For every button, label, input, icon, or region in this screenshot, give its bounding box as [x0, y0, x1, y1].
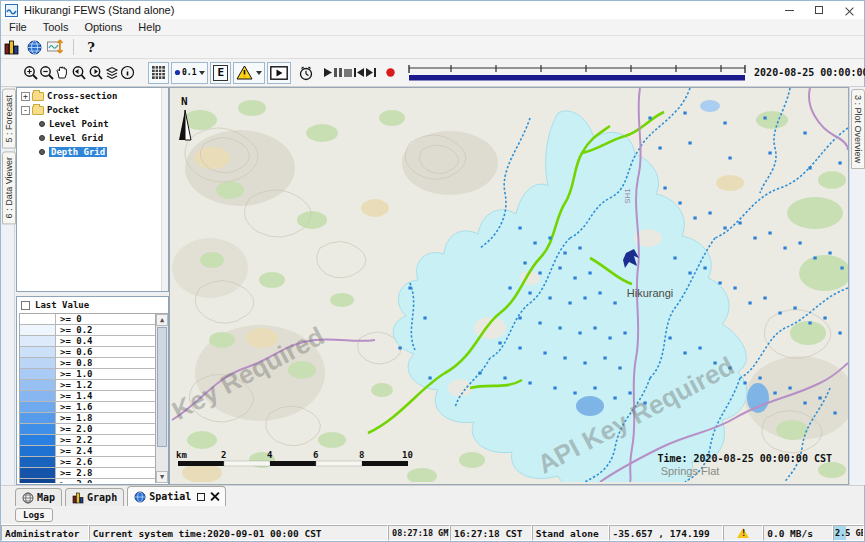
globe-icon [134, 491, 146, 503]
tree-scrollbar[interactable] [161, 88, 168, 291]
threshold-dropdown[interactable]: 0.1 [171, 62, 208, 84]
time-settings-button[interactable] [298, 62, 314, 83]
tab-close-icon[interactable] [210, 492, 219, 501]
tab-plot-overview[interactable]: 3 : Plot Overview [851, 89, 865, 169]
place-label: Springs Flat [661, 465, 720, 477]
help-icon: ? [87, 40, 95, 55]
stop-button[interactable] [343, 62, 353, 83]
logs-row: Logs [1, 506, 864, 524]
tree-node-label[interactable]: Level Grid [49, 133, 103, 143]
tree-node-level-grid[interactable]: Level Grid [25, 132, 168, 144]
tab-map[interactable]: Map [15, 488, 62, 506]
grid-icon [151, 65, 166, 80]
zoom-next-button[interactable] [87, 62, 104, 83]
legend-row-label: >= 0 [56, 314, 155, 324]
tree-node-label-selected[interactable]: Depth Grid [49, 147, 107, 157]
svg-text:N: N [181, 95, 188, 108]
expand-icon[interactable]: + [21, 92, 30, 101]
info-button[interactable] [120, 62, 135, 83]
tab-data-viewer[interactable]: 6 : Data Viewer [2, 151, 16, 224]
help-button[interactable]: ? [80, 37, 102, 57]
maximize-button[interactable] [804, 1, 834, 19]
folder-icon [32, 92, 44, 101]
timeline-datetime: 2020-08-25 00:00:00 CST [754, 67, 865, 78]
status-coordinates: -35.657 , 174.199 [609, 525, 724, 541]
time-slider-track[interactable] [406, 63, 748, 82]
menu-help[interactable]: Help [130, 21, 169, 33]
wire-globe-icon [22, 492, 34, 504]
legend-color-swatch [20, 314, 56, 324]
main-area: 5 : Forecast 6 : Data Viewer + Cross-sec… [1, 87, 864, 485]
globe-icon [27, 40, 42, 55]
tree-node-cross-section[interactable]: + Cross-section [21, 90, 168, 102]
legend-row-label: >= 1.2 [56, 380, 155, 390]
warning-icon [737, 528, 749, 538]
warning-icon [236, 65, 253, 80]
skip-to-start-button[interactable] [353, 62, 365, 83]
map-canvas[interactable]: API Key Required API Key Required Hikura… [170, 88, 848, 482]
legend-row-label: >= 0.8 [56, 358, 155, 368]
scroll-down-icon[interactable]: ▼ [156, 471, 168, 483]
tree-node-label[interactable]: Pocket [47, 105, 80, 115]
logs-button[interactable]: Logs [15, 508, 53, 522]
legend-color-swatch [20, 479, 56, 483]
legend-row: >= 1.0 [20, 369, 155, 380]
legend-color-swatch [20, 380, 56, 390]
legend-scroll-thumb[interactable] [157, 327, 167, 447]
legend-row-label: >= 3.0 [56, 479, 155, 483]
pan-button[interactable] [55, 62, 70, 83]
zoom-in-button[interactable] [23, 62, 39, 83]
tab-maximize-icon[interactable] [197, 493, 205, 501]
map-viewport[interactable]: API Key Required API Key Required Hikura… [169, 87, 849, 485]
svg-text:4: 4 [267, 450, 273, 460]
status-warning[interactable] [723, 525, 763, 541]
tree-node-label[interactable]: Cross-section [47, 91, 117, 101]
tab-graph[interactable]: Graph [65, 488, 124, 506]
legend-row: >= 2.2 [20, 435, 155, 446]
bottom-tab-bar: Map Graph Spatial [1, 485, 864, 506]
close-icon [845, 6, 854, 15]
legend-row-label: >= 2.8 [56, 468, 155, 478]
zoom-previous-button[interactable] [70, 62, 87, 83]
legend-row-label: >= 2.6 [56, 457, 155, 467]
menu-file[interactable]: File [1, 21, 35, 33]
record-button[interactable] [385, 62, 396, 83]
town-label: Hikurangi [627, 287, 673, 299]
last-value-checkbox[interactable] [21, 301, 30, 310]
layers-button[interactable] [104, 62, 120, 83]
animation-button[interactable] [267, 62, 291, 84]
pause-button[interactable] [333, 62, 343, 83]
last-value-option[interactable]: Last Value [17, 297, 168, 313]
zoom-out-button[interactable] [39, 62, 55, 83]
svg-text:8: 8 [359, 450, 364, 460]
play-button[interactable] [322, 62, 333, 83]
tab-forecast[interactable]: 5 : Forecast [2, 89, 16, 149]
time-slider[interactable]: 2020-08-25 00:00:00 CST [406, 63, 865, 82]
legend-row: >= 1.4 [20, 391, 155, 402]
close-button[interactable] [834, 1, 864, 19]
tab-spatial[interactable]: Spatial [127, 486, 226, 506]
status-memory: 2.5 GB [833, 525, 864, 541]
collapse-icon[interactable]: - [21, 106, 30, 115]
explorer-button[interactable] [1, 37, 23, 57]
legend-row: >= 0 [20, 314, 155, 325]
skip-to-end-button[interactable] [365, 62, 377, 83]
tree-node-label[interactable]: Level Point [49, 119, 109, 129]
menu-tools[interactable]: Tools [35, 21, 77, 33]
grid-toggle-button[interactable] [148, 62, 169, 84]
warning-dropdown[interactable] [233, 62, 265, 84]
left-tab-strip: 5 : Forecast 6 : Data Viewer [1, 87, 15, 485]
legend-row-label: >= 2.0 [56, 424, 155, 434]
map-display-button[interactable] [23, 37, 45, 57]
tree-node-pocket[interactable]: - Pocket [21, 104, 168, 116]
label-toggle-button[interactable]: E [210, 62, 231, 84]
minimize-button[interactable] [774, 1, 804, 19]
menu-options[interactable]: Options [76, 21, 130, 33]
spatial-display-button[interactable] [45, 37, 67, 57]
scroll-up-icon[interactable]: ▲ [156, 314, 168, 326]
alarm-clock-icon [298, 65, 314, 81]
tree-node-level-point[interactable]: Level Point [25, 118, 168, 130]
tree-node-depth-grid[interactable]: Depth Grid [25, 146, 168, 158]
legend-row: >= 3.0 [20, 479, 155, 483]
legend-scrollbar[interactable]: ▲ ▼ [155, 314, 168, 483]
